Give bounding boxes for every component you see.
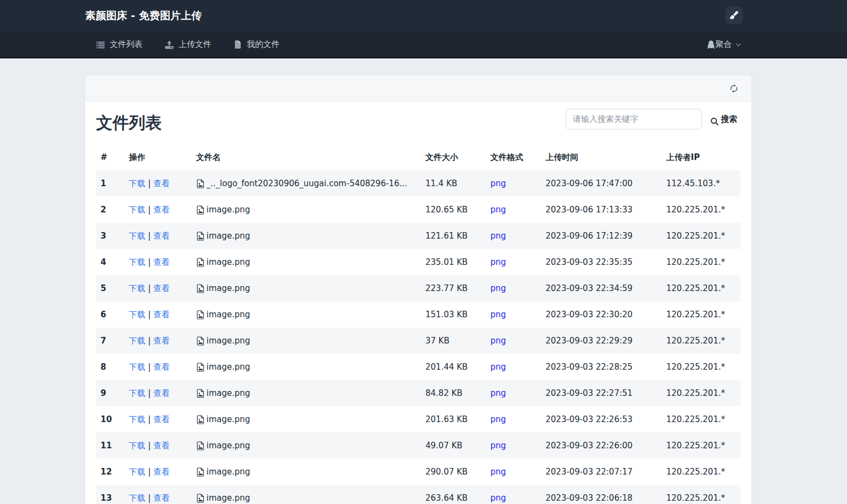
format-link[interactable]: png xyxy=(490,362,506,372)
row-index: 5 xyxy=(96,275,125,301)
download-link[interactable]: 下载 xyxy=(129,467,145,477)
file-name: image.png xyxy=(206,205,250,215)
view-link[interactable]: 查看 xyxy=(153,283,170,293)
column-header: 文件大小 xyxy=(421,144,486,170)
table-row: 3下载|查看image.png121.61 KBpng2023-09-06 17… xyxy=(96,223,741,249)
file-format-cell: png xyxy=(486,485,541,504)
file-image-icon xyxy=(196,494,205,503)
download-link[interactable]: 下载 xyxy=(129,441,145,450)
file-image-icon xyxy=(196,179,205,188)
format-link[interactable]: png xyxy=(490,467,506,477)
format-link[interactable]: png xyxy=(490,414,506,424)
view-link[interactable]: 查看 xyxy=(153,205,170,215)
file-name: image.png xyxy=(206,362,250,372)
download-link[interactable]: 下载 xyxy=(129,179,145,188)
download-link[interactable]: 下载 xyxy=(129,257,145,267)
format-link[interactable]: png xyxy=(490,205,506,215)
download-link[interactable]: 下载 xyxy=(129,205,145,215)
download-link[interactable]: 下载 xyxy=(129,362,145,372)
column-header: 上传者IP xyxy=(662,144,741,170)
format-link[interactable]: png xyxy=(490,231,506,241)
table-row: 12下载|查看image.png290.07 KBpng2023-09-03 2… xyxy=(96,459,741,485)
format-link[interactable]: png xyxy=(490,283,506,293)
download-link[interactable]: 下载 xyxy=(129,336,145,346)
file-name-cell: image.png xyxy=(192,380,421,406)
user-menu[interactable]: 聚合 xyxy=(707,39,742,50)
file-size: 151.03 KB xyxy=(421,301,486,328)
file-name: image.png xyxy=(206,414,250,424)
format-link[interactable]: png xyxy=(490,493,506,503)
view-link[interactable]: 查看 xyxy=(153,362,170,372)
row-index: 13 xyxy=(96,485,125,504)
upload-time: 2023-09-06 17:47:00 xyxy=(541,170,662,197)
view-link[interactable]: 查看 xyxy=(153,388,170,398)
search-input[interactable] xyxy=(566,109,702,129)
search-group: 搜索 xyxy=(566,109,741,129)
view-link[interactable]: 查看 xyxy=(153,336,170,346)
view-link[interactable]: 查看 xyxy=(153,231,170,241)
file-format-cell: png xyxy=(486,432,541,459)
view-link[interactable]: 查看 xyxy=(153,441,170,450)
file-format-cell: png xyxy=(486,354,541,380)
download-link[interactable]: 下载 xyxy=(129,388,145,398)
file-format-cell: png xyxy=(486,249,541,275)
format-link[interactable]: png xyxy=(490,257,506,267)
uploader-ip: 120.225.201.* xyxy=(662,223,741,249)
file-format-cell: png xyxy=(486,197,541,223)
download-link[interactable]: 下载 xyxy=(129,231,145,241)
download-link[interactable]: 下载 xyxy=(129,310,145,319)
file-size: 120.65 KB xyxy=(421,197,486,223)
format-link[interactable]: png xyxy=(490,388,506,398)
nav-item-upload[interactable]: 上传文件 xyxy=(165,39,211,50)
refresh-icon[interactable] xyxy=(730,84,738,93)
view-link[interactable]: 查看 xyxy=(153,257,170,267)
format-link[interactable]: png xyxy=(490,310,506,319)
view-link[interactable]: 查看 xyxy=(153,414,170,424)
uploader-ip: 120.225.201.* xyxy=(662,354,741,380)
download-link[interactable]: 下载 xyxy=(129,283,145,293)
row-actions: 下载|查看 xyxy=(125,459,192,485)
card-body: 文件列表 搜索 xyxy=(85,102,751,504)
theme-toggle-button[interactable] xyxy=(725,7,743,24)
list-icon xyxy=(96,40,105,49)
file-table: #操作文件名文件大小文件格式上传时间上传者IP 1下载|查看_.._logo_f… xyxy=(96,144,741,504)
action-separator: | xyxy=(148,414,151,424)
nav-item-label: 文件列表 xyxy=(110,39,143,50)
nav-item-file-list[interactable]: 文件列表 xyxy=(96,39,143,50)
download-link[interactable]: 下载 xyxy=(129,493,145,503)
uploader-ip: 120.225.201.* xyxy=(662,459,741,485)
file-name-cell: image.png xyxy=(192,249,421,275)
file-size: 201.44 KB xyxy=(421,354,486,380)
file-image-icon xyxy=(196,258,205,267)
table-row: 8下载|查看image.png201.44 KBpng2023-09-03 22… xyxy=(96,354,741,380)
file-name: image.png xyxy=(206,467,250,477)
search-button[interactable]: 搜索 xyxy=(702,109,741,129)
row-actions: 下载|查看 xyxy=(125,380,192,406)
table-row: 7下载|查看image.png37 KBpng2023-09-03 22:29:… xyxy=(96,328,741,354)
file-image-icon xyxy=(196,389,205,398)
action-separator: | xyxy=(148,441,151,450)
uploader-ip: 120.225.201.* xyxy=(662,380,741,406)
action-separator: | xyxy=(148,231,151,241)
format-link[interactable]: png xyxy=(490,336,506,346)
nav-item-label: 上传文件 xyxy=(179,39,211,50)
row-index: 6 xyxy=(96,301,125,328)
uploader-ip: 120.225.201.* xyxy=(662,275,741,301)
nav-bar: 文件列表 上传文件 我的文件 聚合 xyxy=(0,32,847,58)
action-separator: | xyxy=(148,362,151,372)
view-link[interactable]: 查看 xyxy=(153,310,170,319)
penguin-icon xyxy=(707,40,715,49)
view-link[interactable]: 查看 xyxy=(153,493,170,503)
file-size: 121.61 KB xyxy=(421,223,486,249)
file-name: image.png xyxy=(206,441,250,450)
view-link[interactable]: 查看 xyxy=(153,467,170,477)
file-image-icon xyxy=(196,467,205,477)
action-separator: | xyxy=(148,336,151,346)
download-link[interactable]: 下载 xyxy=(129,414,145,424)
file-name-cell: _.._logo_font20230906_uugai.com-5408296-… xyxy=(192,170,421,197)
upload-time: 2023-09-03 22:35:35 xyxy=(541,249,662,275)
view-link[interactable]: 查看 xyxy=(153,179,170,188)
format-link[interactable]: png xyxy=(490,441,506,450)
format-link[interactable]: png xyxy=(490,179,506,188)
nav-item-my-files[interactable]: 我的文件 xyxy=(234,39,280,50)
